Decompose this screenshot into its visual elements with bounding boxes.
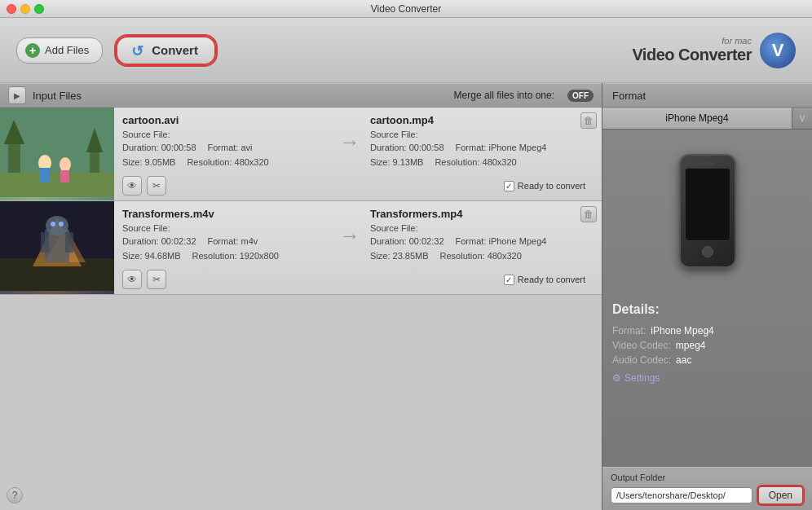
- phone-preview: [602, 130, 812, 292]
- source-duration-row: Duration: 00:00:58 Format: avi: [122, 141, 329, 156]
- source-label-0: Source File:: [122, 130, 329, 139]
- ready-label-0: Ready to convert: [518, 181, 585, 191]
- format-tabs: iPhone Mpeg4 V: [602, 108, 812, 130]
- output-size-1: Size: 23.85MB: [370, 249, 429, 264]
- transformers-thumbnail: [0, 201, 114, 294]
- output-size-row: Size: 9.13MB Resolution: 480x320: [370, 156, 577, 170]
- output-duration-row-1: Duration: 00:02:32 Format: iPhone Mpeg4: [370, 235, 577, 249]
- preview-button-0[interactable]: 👁: [122, 176, 142, 196]
- delete-button-0[interactable]: 🗑: [580, 112, 597, 129]
- phone-home-button: [702, 246, 713, 257]
- open-button[interactable]: Open: [757, 486, 804, 505]
- source-duration-row-1: Duration: 00:02:32 Format: m4v: [122, 235, 329, 249]
- window-title: Video Converter: [371, 3, 442, 15]
- svg-point-19: [59, 222, 64, 226]
- file-thumbnail-1: [0, 201, 114, 294]
- merge-label: Merge all files into one:: [454, 90, 554, 101]
- table-row: Transformers.m4v Source File: Duration: …: [0, 201, 602, 295]
- settings-label: Settings: [624, 372, 660, 384]
- toolbar: + Add Files ↺ Convert for mac Video Conv…: [0, 18, 812, 83]
- output-filename-1: Transformers.mp4: [370, 208, 577, 220]
- brand-area: for mac Video Converter V: [632, 33, 796, 68]
- maximize-button[interactable]: [34, 4, 44, 14]
- clip-button-1[interactable]: ✂: [147, 270, 166, 289]
- source-resolution-0: Resolution: 480x320: [187, 156, 268, 170]
- source-format-1: Format: m4v: [208, 235, 258, 249]
- ready-to-convert-0: ✓ Ready to convert: [504, 181, 585, 191]
- merge-toggle[interactable]: OFF: [567, 90, 594, 102]
- output-format-0: Format: iPhone Mpeg4: [456, 141, 547, 156]
- convert-label: Convert: [152, 43, 198, 57]
- cartoon-scene-svg: [0, 108, 114, 197]
- add-files-label: Add Files: [45, 44, 89, 56]
- brand-name: Video Converter: [632, 46, 752, 64]
- brand-logo: V: [760, 33, 796, 68]
- format-header: Format: [602, 83, 812, 108]
- svg-rect-16: [41, 232, 49, 253]
- format-value: iPhone Mpeg4: [651, 325, 713, 336]
- ready-checkbox-0[interactable]: ✓: [504, 181, 514, 191]
- traffic-lights: [7, 4, 44, 14]
- preview-button-1[interactable]: 👁: [122, 270, 142, 289]
- phone-screen: [685, 168, 730, 241]
- svg-point-15: [46, 216, 68, 235]
- ready-label-1: Ready to convert: [518, 275, 585, 284]
- tab-iphone-mpeg4[interactable]: iPhone Mpeg4: [602, 108, 792, 129]
- source-size-row: Size: 9.05MB Resolution: 480x320: [122, 156, 329, 170]
- delete-button-1[interactable]: 🗑: [580, 206, 597, 222]
- settings-link[interactable]: ⚙ Settings: [612, 372, 802, 384]
- svg-point-18: [51, 222, 55, 226]
- svg-rect-9: [60, 170, 69, 182]
- format-key: Format:: [612, 325, 646, 336]
- source-size-row-1: Size: 94.68MB Resolution: 1920x800: [122, 249, 329, 264]
- source-resolution-1: Resolution: 1920x800: [192, 249, 279, 264]
- ready-to-convert-1: ✓ Ready to convert: [504, 275, 585, 285]
- brand-logo-letter: V: [772, 40, 784, 61]
- detail-format-row: Format: iPhone Mpeg4: [612, 325, 802, 336]
- svg-rect-5: [0, 173, 114, 197]
- format-label: Format: [612, 90, 646, 102]
- title-bar: Video Converter: [0, 0, 812, 18]
- gear-icon: ⚙: [612, 372, 621, 384]
- output-resolution-1: Resolution: 480x320: [440, 249, 522, 264]
- output-duration-1: Duration: 00:02:32: [370, 235, 444, 249]
- details-section: Details: Format: iPhone Mpeg4 Video Code…: [602, 292, 812, 467]
- svg-rect-17: [65, 232, 73, 253]
- clip-button-0[interactable]: ✂: [147, 176, 166, 196]
- close-button[interactable]: [7, 4, 16, 14]
- right-panel: Format iPhone Mpeg4 V Details: Format: i…: [602, 83, 812, 510]
- action-icons-1: 👁 ✂: [122, 270, 166, 289]
- cartoon-thumbnail: [0, 108, 114, 200]
- source-duration-0: Duration: 00:00:58: [122, 141, 196, 156]
- output-folder-label: Output Folder: [611, 473, 804, 482]
- brand-text: for mac Video Converter: [632, 36, 752, 64]
- tab-more[interactable]: V: [792, 108, 812, 129]
- ready-checkbox-1[interactable]: ✓: [504, 275, 514, 285]
- convert-button[interactable]: ↺ Convert: [116, 36, 216, 65]
- output-label-1: Source File:: [370, 223, 577, 233]
- video-codec-value: mpeg4: [676, 340, 706, 351]
- input-files-bar: ▶ Input Files Merge all files into one: …: [0, 83, 602, 108]
- detail-video-codec-row: Video Codec: mpeg4: [612, 340, 802, 351]
- audio-codec-key: Audio Codec:: [612, 354, 671, 366]
- table-row: cartoon.avi Source File: Duration: 00:00…: [0, 108, 602, 201]
- output-duration-0: Duration: 00:00:58: [370, 141, 444, 156]
- add-files-button[interactable]: + Add Files: [16, 37, 103, 64]
- output-folder-row: /Users/tenorshare/Desktop/ Open: [611, 486, 804, 505]
- action-icons-0: 👁 ✂: [122, 176, 166, 196]
- output-size-0: Size: 9.13MB: [370, 156, 423, 170]
- source-size-1: Size: 94.68MB: [122, 249, 181, 264]
- source-format-0: Format: avi: [208, 141, 253, 156]
- svg-point-8: [60, 157, 71, 172]
- minimize-button[interactable]: [20, 4, 30, 14]
- left-panel: ▶ Input Files Merge all files into one: …: [0, 83, 602, 510]
- source-duration-1: Duration: 00:02:32: [122, 235, 196, 249]
- help-icon[interactable]: ?: [7, 487, 23, 503]
- source-size-0: Size: 9.05MB: [122, 156, 175, 170]
- convert-icon: ↺: [129, 42, 145, 59]
- output-duration-row: Duration: 00:00:58 Format: iPhone Mpeg4: [370, 141, 577, 156]
- brand-for-mac: for mac: [632, 36, 752, 46]
- svg-rect-7: [40, 168, 50, 182]
- output-size-row-1: Size: 23.85MB Resolution: 480x320: [370, 249, 577, 264]
- play-button[interactable]: ▶: [8, 86, 26, 104]
